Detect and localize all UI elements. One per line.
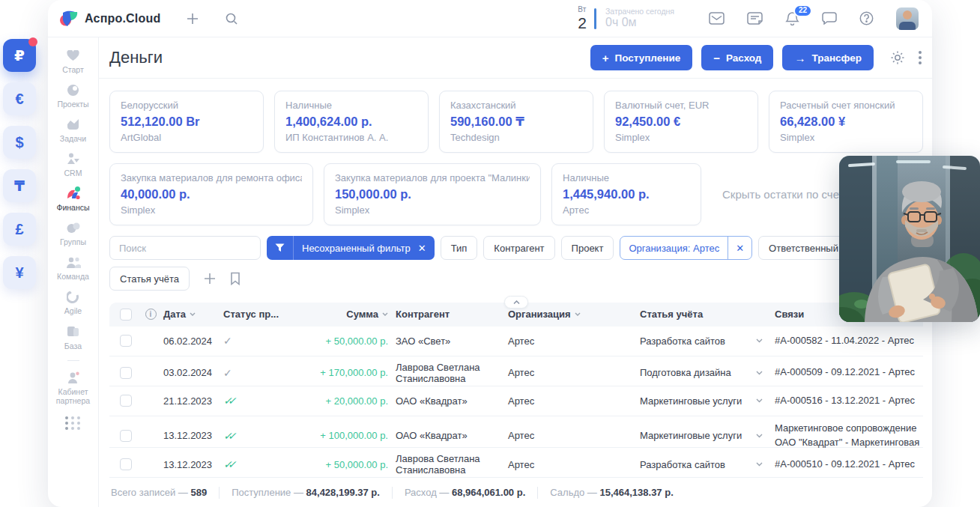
- more-menu-icon[interactable]: [919, 51, 922, 64]
- sidebar-item-partner[interactable]: Кабинет партнера: [48, 370, 98, 405]
- expense-button[interactable]: − Расход: [701, 45, 773, 70]
- filter-type-button[interactable]: Тип: [441, 236, 478, 260]
- check-square-icon: [48, 117, 98, 132]
- dropdown-chevron-icon[interactable]: [756, 462, 763, 467]
- sidebar-item-team[interactable]: Команда: [48, 255, 98, 281]
- column-amount[interactable]: Сумма: [298, 309, 396, 320]
- calendar-widget[interactable]: Вт 2: [578, 6, 587, 31]
- cell-date: 21.12.2023: [163, 395, 223, 407]
- currency-button-usd[interactable]: $: [3, 126, 36, 159]
- time-spent-widget[interactable]: Затрачено сегодня 0ч 0м: [605, 7, 674, 29]
- currency-button-gbp[interactable]: £: [3, 213, 36, 246]
- filter-project-button[interactable]: Проект: [561, 236, 614, 260]
- filter-bar-2: Статья учёта: [109, 267, 923, 291]
- cell-organization: Артес: [508, 459, 640, 470]
- cell-links: #A-000582 - 11.04.2022 - Артес: [775, 334, 923, 348]
- notification-dot: [28, 37, 37, 46]
- people-icon: [48, 255, 98, 270]
- table-row[interactable]: 03.02.2024 ✓ + 170,000.00 р. Лаврова Све…: [109, 356, 923, 386]
- column-status[interactable]: Статус пр...: [223, 309, 298, 320]
- dropdown-chevron-icon[interactable]: [756, 371, 763, 375]
- dropdown-chevron-icon[interactable]: [756, 338, 763, 343]
- user-avatar[interactable]: [896, 7, 919, 30]
- cell-amount: + 170,000.00 р.: [298, 367, 396, 378]
- help-icon[interactable]: [859, 11, 874, 25]
- account-card[interactable]: Белорусский 512,120.00 Br ArtGlobal: [109, 91, 264, 153]
- filter-counterparty-button[interactable]: Контрагент: [483, 236, 554, 260]
- notes-icon[interactable]: [747, 12, 763, 25]
- column-article[interactable]: Статья учёта: [640, 309, 775, 320]
- currency-button-kzt[interactable]: ₸: [3, 169, 36, 202]
- filter-article-button[interactable]: Статья учёта: [109, 267, 190, 291]
- add-filter-icon[interactable]: [203, 272, 217, 285]
- row-checkbox[interactable]: [120, 395, 132, 407]
- cell-links: #A-000516 - 13.12.2021 - Артес: [775, 394, 923, 408]
- collapse-cards-button[interactable]: [504, 296, 528, 309]
- info-icon[interactable]: i: [145, 309, 157, 320]
- table-row[interactable]: 06.02.2024 ✓ + 50,000.00 р. ЗАО «Свет» А…: [109, 327, 923, 356]
- bookmark-icon[interactable]: [230, 272, 241, 285]
- income-button[interactable]: + Поступление: [590, 45, 693, 70]
- finance-icon: [48, 186, 98, 201]
- settings-gear-icon[interactable]: [890, 50, 905, 65]
- sidebar-item-start[interactable]: Старт: [48, 48, 98, 74]
- create-plus-icon[interactable]: [186, 12, 199, 25]
- sidebar-item-finance[interactable]: Финансы: [48, 186, 98, 212]
- row-checkbox[interactable]: [120, 458, 132, 470]
- day-number: 2: [578, 14, 587, 31]
- mail-icon[interactable]: [709, 12, 725, 25]
- search-icon[interactable]: [225, 12, 238, 25]
- currency-button-rub[interactable]: ₽: [3, 39, 36, 72]
- circles-icon: [48, 220, 98, 235]
- sidebar-item-agile[interactable]: Agile: [48, 289, 98, 315]
- transfer-button[interactable]: → Трансфер: [782, 45, 874, 70]
- account-card[interactable]: Наличные 1,400,624.00 р. ИП Константинов…: [274, 91, 429, 153]
- app-logo[interactable]: Аспро.Cloud: [60, 10, 160, 27]
- account-card[interactable]: Казахстанский 590,160.00 ₸ Techdesign: [439, 91, 593, 153]
- account-card[interactable]: Валютный счет, EUR 92,450.00 € Simplex: [604, 91, 758, 153]
- unsaved-filter-chip[interactable]: Несохраненный фильтр ✕: [267, 236, 435, 260]
- account-card[interactable]: Закупка материалов для проекта "Малинки"…: [324, 163, 541, 225]
- remove-filter-icon[interactable]: ✕: [417, 243, 435, 254]
- box-icon: [48, 324, 98, 339]
- account-card[interactable]: Расчетный счет японский 66,428.00 ¥ Simp…: [769, 91, 923, 153]
- sidebar-item-base[interactable]: База: [48, 324, 98, 350]
- remove-organization-filter-icon[interactable]: ✕: [728, 237, 751, 259]
- cell-counterparty: Лаврова Светлана Станиславовна: [396, 453, 508, 476]
- account-card[interactable]: Наличные 1,445,940.00 р. Артес: [551, 163, 701, 225]
- dropdown-chevron-icon[interactable]: [756, 434, 763, 438]
- bell-icon[interactable]: 22: [785, 11, 799, 25]
- page-actions: + Поступление − Расход → Трансфер: [590, 45, 922, 70]
- sidebar-item-tasks[interactable]: Задачи: [48, 117, 98, 143]
- table-row[interactable]: 13.12.2023 ✓✓ + 100,000.00 р. ОАО «Квадр…: [109, 416, 923, 448]
- hide-balances-link[interactable]: Скрыть остатки по счетам: [722, 188, 858, 201]
- dropdown-chevron-icon[interactable]: [756, 398, 763, 403]
- sidebar-item-projects[interactable]: Проекты: [48, 82, 98, 109]
- row-checkbox[interactable]: [120, 367, 132, 379]
- filter-responsible-button[interactable]: Ответственный: [758, 236, 849, 260]
- column-counterparty[interactable]: Контрагент: [396, 309, 508, 320]
- currency-button-jpy[interactable]: ¥: [3, 256, 36, 289]
- row-checkbox[interactable]: [120, 335, 132, 347]
- currency-button-eur[interactable]: €: [3, 82, 36, 115]
- table-row[interactable]: 13.12.2023 ✓✓ + 50,000.00 р. Лаврова Све…: [109, 448, 923, 478]
- cell-article: Разработка сайтов: [640, 336, 775, 347]
- search-input[interactable]: [109, 236, 261, 260]
- yen-icon: ¥: [15, 264, 23, 282]
- account-card[interactable]: Закупка материалов для ремонта офиса 40,…: [109, 163, 313, 225]
- table-row[interactable]: 21.12.2023 ✓✓ + 20,000.00 р. ОАО «Квадра…: [109, 386, 923, 416]
- sidebar-item-groups[interactable]: Группы: [48, 220, 98, 246]
- sidebar-item-crm[interactable]: CRM: [48, 151, 98, 177]
- minus-icon: −: [713, 52, 720, 64]
- cell-article: Маркетинговые услуги: [640, 395, 775, 407]
- apps-grid-icon[interactable]: [65, 416, 81, 430]
- row-checkbox[interactable]: [120, 430, 132, 442]
- chat-icon[interactable]: [822, 12, 837, 25]
- cell-date: 13.12.2023: [163, 430, 223, 441]
- column-organization[interactable]: Организация: [508, 309, 640, 320]
- select-all-checkbox[interactable]: [120, 309, 132, 321]
- status-check-icon: ✓: [223, 335, 298, 347]
- organization-filter-chip[interactable]: Организация: Артес ✕: [620, 236, 752, 260]
- weekday-label: Вт: [578, 6, 587, 13]
- column-date[interactable]: Дата: [163, 309, 223, 320]
